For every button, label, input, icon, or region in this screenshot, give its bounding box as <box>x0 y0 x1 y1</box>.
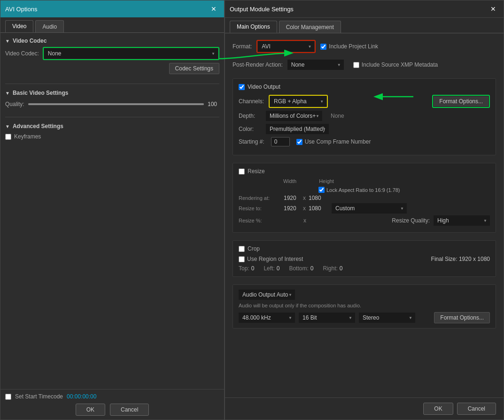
post-render-row: Post-Render Action: None Include Source … <box>233 60 496 70</box>
resize-col-headers: Width Height <box>239 178 490 184</box>
starting-num-row: Starting #: Use Comp Frame Number <box>239 137 490 146</box>
keyframes-label: Keyframes <box>14 133 41 140</box>
output-content: Format: AVI QuickTime PNG Sequence Inclu… <box>225 33 504 397</box>
include-project-link-checkbox[interactable] <box>320 44 326 50</box>
none-label: None <box>331 113 344 119</box>
crop-header: Crop <box>239 245 490 252</box>
lock-aspect-checkbox[interactable] <box>318 187 325 193</box>
resize-checkbox[interactable] <box>239 168 245 175</box>
tab-audio[interactable]: Audio <box>35 20 64 32</box>
resize-to-label: Resize to: <box>239 206 281 211</box>
quality-slider-fill <box>28 103 204 105</box>
width-header: Width <box>283 178 296 184</box>
crop-values-row: Top: 0 Left: 0 Bottom: 0 Right: 0 <box>239 265 490 272</box>
avi-content: ▼ Video Codec Video Codec: None Codec Se… <box>0 33 224 389</box>
x-separator3: x <box>303 217 306 224</box>
codec-field-label: Video Codec: <box>5 50 39 57</box>
use-roi-row: Use Region of Interest <box>239 256 303 262</box>
audio-bit-select[interactable]: 16 Bit <box>299 313 355 323</box>
audio-output-select[interactable]: Audio Output Auto <box>239 290 295 300</box>
basic-video-header[interactable]: ▼ Basic Video Settings <box>5 90 219 96</box>
resize-section: Resize Width Height Lock Aspect Ratio to… <box>233 163 496 233</box>
output-close-button[interactable]: ✕ <box>488 4 499 14</box>
use-roi-checkbox[interactable] <box>239 256 245 262</box>
resize-to-w: 1920 <box>284 205 300 212</box>
use-comp-frame-checkbox[interactable] <box>296 139 302 145</box>
avi-buttons: OK Cancel <box>5 404 219 416</box>
left-label: Left: <box>264 265 274 272</box>
advanced-settings-header[interactable]: ▼ Advanced Settings <box>5 123 219 130</box>
top-value: 0 <box>251 265 255 272</box>
output-titlebar: Output Module Settings ✕ <box>225 0 504 18</box>
video-output-section: Video Output Channels: RGB + Alpha RGB A… <box>233 78 496 155</box>
quality-label: Quality: <box>5 101 24 107</box>
format-label: Format: <box>233 43 252 50</box>
bottom-label: Bottom: <box>289 265 308 272</box>
codec-settings-button[interactable]: Codec Settings <box>169 63 219 74</box>
resize-type-select[interactable]: Custom <box>332 203 407 214</box>
output-ok-button[interactable]: OK <box>423 403 453 415</box>
timecode-label: Set Start Timecode <box>15 393 63 400</box>
quality-slider-track[interactable] <box>28 103 204 105</box>
depth-select[interactable]: Millions of Colors+ <box>266 111 322 121</box>
video-codec-section: ▼ Video Codec Video Codec: None Codec Se… <box>5 38 219 76</box>
use-roi-label: Use Region of Interest <box>247 256 303 262</box>
audio-hz-select[interactable]: 48.000 kHz <box>239 313 295 323</box>
format-dropdown-red-border: AVI QuickTime PNG Sequence <box>256 40 316 53</box>
use-comp-frame-label: Use Comp Frame Number <box>305 138 371 145</box>
avi-title: AVI Options <box>5 6 37 13</box>
tab-color-management[interactable]: Color Management <box>279 21 341 33</box>
bottom-pair: Bottom: 0 <box>289 265 313 272</box>
audio-note: Audio will be output only if the composi… <box>239 303 490 308</box>
audio-output-row: Audio Output Auto <box>239 290 490 300</box>
keyframes-checkbox[interactable] <box>5 134 11 140</box>
include-project-link-label: Include Project Link <box>329 43 378 50</box>
channels-select[interactable]: RGB + Alpha RGB Alpha <box>270 96 326 107</box>
crop-roi-row: Use Region of Interest Final Size: 1920 … <box>239 256 490 262</box>
starting-hash-input[interactable] <box>271 137 290 146</box>
video-output-checkbox[interactable] <box>239 84 245 90</box>
output-title: Output Module Settings <box>230 6 294 13</box>
avi-ok-button[interactable]: OK <box>76 404 105 416</box>
resize-quality-select[interactable]: High Low <box>434 215 490 226</box>
height-header: Height <box>319 178 334 184</box>
x-separator1: x <box>303 195 306 201</box>
lock-aspect-row: Lock Aspect Ratio to 16:9 (1.78) <box>239 187 490 193</box>
resize-to-h: 1080 <box>309 205 325 212</box>
depth-row: Depth: Millions of Colors+ None <box>239 111 490 121</box>
avi-cancel-button[interactable]: Cancel <box>110 404 149 416</box>
arrow-icon3: ▼ <box>5 124 10 129</box>
color-label: Color: <box>239 126 262 132</box>
tab-main-options[interactable]: Main Options <box>230 21 277 33</box>
crop-checkbox[interactable] <box>239 246 245 252</box>
format-select[interactable]: AVI QuickTime PNG Sequence <box>258 41 314 52</box>
include-xmp-checkbox[interactable] <box>353 62 359 68</box>
format-row: Format: AVI QuickTime PNG Sequence Inclu… <box>233 40 496 53</box>
codec-row: Video Codec: None <box>5 47 219 60</box>
audio-stereo-select[interactable]: Stereo <box>359 313 415 323</box>
timecode-checkbox[interactable] <box>5 394 11 400</box>
post-render-select[interactable]: None <box>287 60 344 70</box>
right-pair: Right: 0 <box>323 265 342 272</box>
rendering-at-h: 1080 <box>309 195 325 201</box>
resize-to-row: Resize to: 1920 x 1080 Custom <box>239 203 490 214</box>
rendering-at-label: Rendering at: <box>239 195 281 201</box>
format-options-button[interactable]: Format Options... <box>434 96 488 107</box>
audio-section: Audio Output Auto Audio will be output o… <box>233 284 496 328</box>
output-buttons: OK Cancel <box>225 397 504 420</box>
output-cancel-button[interactable]: Cancel <box>457 403 496 415</box>
codec-select[interactable]: None <box>44 48 218 59</box>
video-output-label: Video Output <box>248 84 280 90</box>
channels-label: Channels: <box>239 98 264 105</box>
audio-format-options-button[interactable]: Format Options... <box>434 312 490 323</box>
video-output-header: Video Output <box>239 84 490 90</box>
video-codec-header[interactable]: ▼ Video Codec <box>5 38 219 44</box>
top-pair: Top: 0 <box>239 265 254 272</box>
quality-value: 100 <box>208 101 219 107</box>
final-size: Final Size: 1920 x 1080 <box>431 256 490 262</box>
advanced-settings-section: ▼ Advanced Settings Keyframes <box>5 123 219 141</box>
avi-close-button[interactable]: ✕ <box>208 4 219 14</box>
color-select[interactable]: Premultiplied (Matted) <box>266 124 329 134</box>
resize-pct-row: Resize %: x Resize Quality: High Low <box>239 215 490 226</box>
tab-video[interactable]: Video <box>5 20 33 32</box>
